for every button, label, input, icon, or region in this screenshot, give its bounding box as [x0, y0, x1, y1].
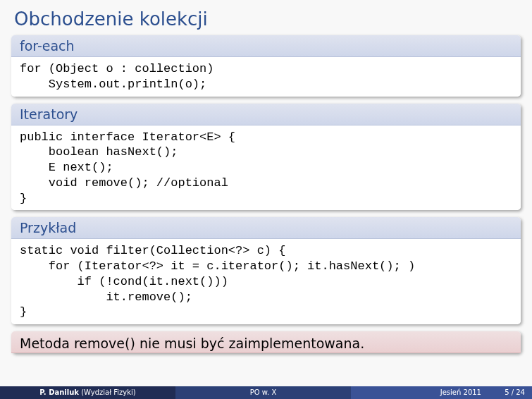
- footer-author: P. Daniluk: [39, 388, 79, 396]
- footer-affiliation: (Wydział Fizyki): [81, 388, 136, 396]
- block-iterators: Iteratory public interface Iterator<E> {…: [11, 104, 521, 211]
- block-head-foreach: for-each: [11, 35, 521, 57]
- footline: P. Daniluk (Wydział Fizyki) PO w. X Jesi…: [0, 386, 532, 399]
- footer-center: PO w. X: [175, 386, 351, 399]
- block-head-iterators: Iteratory: [11, 104, 521, 125]
- block-example: Przykład static void filter(Collection<?…: [11, 217, 521, 324]
- footer-page: 5 / 24: [505, 388, 525, 396]
- code-example: static void filter(Collection<?> c) { fo…: [20, 243, 512, 320]
- slide-title: Obchodzenie kolekcji: [11, 8, 521, 30]
- block-body-iterators: public interface Iterator<E> { boolean h…: [11, 125, 521, 211]
- block-foreach: for-each for (Object o : collection) Sys…: [11, 35, 521, 97]
- slide: Obchodzenie kolekcji for-each for (Objec…: [0, 0, 532, 399]
- block-body-example: static void filter(Collection<?> c) { fo…: [11, 239, 521, 324]
- footer-author-section: P. Daniluk (Wydział Fizyki): [0, 386, 175, 399]
- block-note: Metoda remove() nie musi być zaimplement…: [11, 331, 521, 353]
- block-body-foreach: for (Object o : collection) System.out.p…: [11, 57, 521, 97]
- footer-right-section: Jesień 2011 5 / 24: [351, 386, 532, 399]
- footer-date: Jesień 2011: [440, 388, 481, 396]
- code-foreach: for (Object o : collection) System.out.p…: [20, 61, 512, 92]
- block-head-example: Przykład: [11, 217, 521, 239]
- code-iterators: public interface Iterator<E> { boolean h…: [20, 130, 512, 207]
- note-text: Metoda remove() nie musi być zaimplement…: [11, 331, 521, 353]
